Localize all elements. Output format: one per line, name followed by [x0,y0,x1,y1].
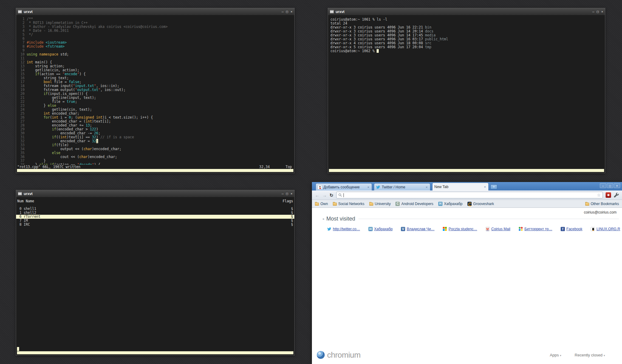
titlebar[interactable]: urxvt – □ × [16,190,294,197]
back-button[interactable]: ← [315,193,320,197]
bookmark-item[interactable]: Own [315,202,328,206]
window-controls: – □ × [600,183,620,188]
screen-row[interactable]: 8 IRC$ [16,223,294,227]
page-footer: chromium Apps ▾ Recently closed ▾ [312,349,622,364]
chevron-down-icon: ▾ [603,354,605,357]
code-segment: if [52,143,56,147]
bookmark-item[interactable]: University [369,202,391,206]
close-button[interactable]: × [290,10,292,13]
minimize-button[interactable]: – [592,10,594,13]
code-segment: drwxr-xr-x 3 coirius users 4096 Jun 14 1… [330,33,425,37]
minimize-button[interactable]: – [282,192,284,195]
new-tab-button[interactable]: + [490,184,497,189]
terminal-window-shell: urxvt – □ × coirius@atom:~ 1061 % ls -lt… [328,8,605,173]
titlebar[interactable]: urxvt – □ × [16,8,294,15]
apps-menu[interactable]: Apps ▾ [550,353,561,357]
code-segment: i = [58,115,69,120]
browser-tab[interactable]: New Tab× [432,183,489,190]
code-segment: if [35,72,39,76]
forward-button[interactable]: → [322,193,327,197]
disclosure-triangle-icon[interactable]: ▸ [323,217,325,221]
screen-row[interactable]: 0 shell1$ [16,207,294,211]
bookmark-label: Other Bookmarks [591,202,619,206]
code-segment: public_html [425,37,448,41]
code-segment: int [27,60,33,64]
minimize-button[interactable]: – [600,183,606,188]
tab-strip: Добавить сообщение×Twitter / Home×New Ta… [312,182,622,190]
maximize-button[interactable]: □ [286,10,288,13]
recently-closed-menu[interactable]: Recently closed ▾ [575,353,605,357]
vim-buffer[interactable]: 1/**2 * ROT13 implemetation in C++3 * Au… [16,15,294,165]
lastpass-icon[interactable]: ✱ [606,192,611,198]
new-tab-page: coirius@coirius.com ▸ Most visited http:… [312,208,622,364]
code-segment: <iostream> [46,40,67,45]
code-segment: encoded_char = [27,139,92,143]
browser-tab[interactable]: Twitter / Home× [374,183,430,190]
bookmark-item[interactable]: CAndroid Developers [395,202,433,206]
code-segment: */ [27,32,33,37]
tab-close-button[interactable]: × [484,185,487,189]
code-segment: namespace [39,52,58,56]
bookmark-star-icon[interactable]: ☆ [597,193,601,197]
screen-window-list[interactable]: Num Name Flags 0 shell1$ 1 shell2$ 6 rTo… [16,197,294,351]
code-segment: getline(cin, action); [27,68,79,72]
code-segment: ; ( [71,115,77,120]
statusline-ruler: 32,34 [259,165,270,169]
browser-tab[interactable]: Добавить сообщение× [316,183,372,190]
most-visited-link[interactable]: Poczta studenc… [443,227,477,231]
code-segment [37,52,39,56]
screen-row[interactable]: 7 IM$ [16,219,294,223]
restore-button[interactable]: □ [607,183,613,188]
close-button[interactable]: × [290,192,292,195]
code-segment: " [92,163,94,165]
screen-row-flag: $ [291,223,293,227]
code-segment: * Date - 16.06.2011 [27,29,69,33]
reload-button[interactable]: ↻ [330,193,333,197]
bookmark-item[interactable]: Grooveshark [467,202,494,206]
maximize-button[interactable]: □ [286,192,288,195]
bookmark-item[interactable]: НХабрахабр [438,202,463,206]
most-visited-link[interactable]: MCoirius Mail [486,227,511,231]
titlebar[interactable]: urxvt – □ × [328,8,605,15]
code-segment: )encoded_char; [88,155,117,159]
screen-row[interactable]: 6 rTorrent$ [16,215,294,219]
penguin-icon [591,227,595,231]
windows-live-icon [443,227,447,231]
window-title: urxvt [24,192,282,196]
code-line: 36 cout << (char)encoded_char; [18,155,294,159]
code-segment: string action; [27,64,65,68]
most-visited-link[interactable]: http://twitter.co… [327,227,360,231]
wrench-icon[interactable] [614,193,619,198]
most-visited-link[interactable]: fFacebook [561,227,583,231]
account-email[interactable]: coirius@coirius.com [584,210,617,214]
close-button[interactable]: × [601,10,603,13]
code-segment: int [60,135,67,139]
most-visited-link[interactable]: НХабрахабр [368,227,393,231]
screen-row[interactable]: 1 shell2$ [16,211,294,215]
code-segment: if [50,163,54,165]
link-label: Facebook [566,227,583,231]
shell-output[interactable]: coirius@atom:~ 1061 % ls -ltotal 24drwxr… [328,15,605,169]
twitter-icon [327,227,331,231]
most-visited-link[interactable]: LINUX.ORG.R [591,227,620,231]
most-visited-link[interactable]: Битторрент тр… [519,227,552,231]
shell-line: coirius@atom:~ 1062 % [330,49,605,53]
maximize-button[interactable]: □ [597,10,599,13]
heading-rule [358,219,619,219]
code-segment: ; [75,99,77,104]
gmail-icon: M [486,227,490,231]
tab-close-button[interactable]: × [425,185,428,189]
minimize-button[interactable]: – [282,10,284,13]
code-segment: else [52,151,60,155]
other-bookmarks-button[interactable]: Other Bookmarks [585,202,619,206]
close-button[interactable]: × [614,183,620,188]
bookmark-item[interactable]: Social Networks [333,202,364,206]
tab-close-button[interactable]: × [367,185,370,189]
omnibox[interactable]: ☆ [336,192,603,198]
code-segment: true [67,99,75,104]
most-visited-link[interactable]: VВладислав Чи… [401,227,434,231]
window-title: urxvt [24,10,282,14]
code-segment: " [94,84,96,88]
blank-line [16,203,294,207]
code-segment: tmp [425,45,432,49]
